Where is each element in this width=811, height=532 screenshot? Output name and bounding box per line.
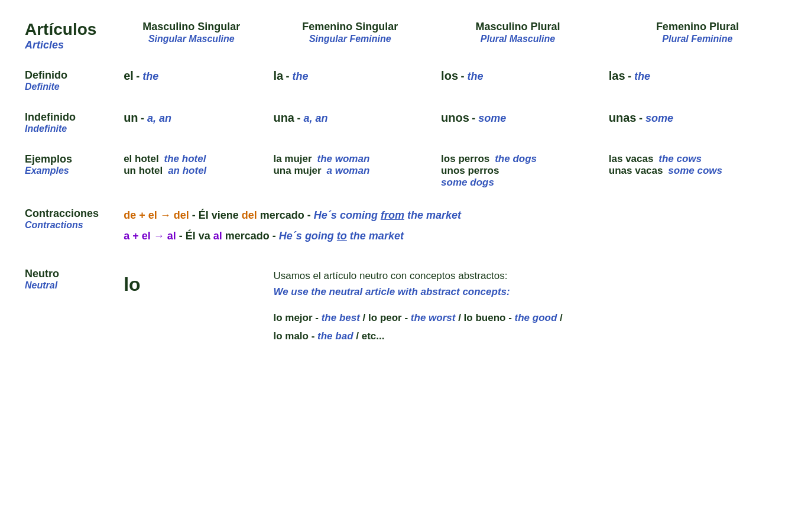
ejemplos-col2: la mujer the woman una mujer a woman xyxy=(266,140,434,194)
una-word: una xyxy=(273,111,294,124)
header-articles-label: Artículos Articles xyxy=(18,14,116,56)
neutro-text: Usamos el artículo neutro con conceptos … xyxy=(273,268,786,300)
ejemplo-un-hotel: un hotel an hotel xyxy=(124,165,259,177)
lo-bueno-trans: the good xyxy=(515,312,557,323)
header-masc-sing: Masculino Singular Singular Masculine xyxy=(116,14,266,56)
definido-row: Definido Definite el - the la - the los … xyxy=(18,56,793,98)
etc-word: etc... xyxy=(362,330,385,342)
del-formula: de + el → del xyxy=(124,209,189,221)
del-english: He´s coming from the market xyxy=(314,209,461,221)
neutro-examples-line2: lo malo - the bad / etc... xyxy=(273,327,786,346)
masc-pl-italic: Plural Masculine xyxy=(441,34,595,44)
unos-word: unos xyxy=(441,111,469,124)
lo-bueno-word: lo bueno xyxy=(464,312,506,323)
del-highlight: del xyxy=(242,209,257,221)
header-fem-sing: Femenino Singular Singular Feminine xyxy=(266,14,434,56)
ejemplo-la-mujer: la mujer the woman xyxy=(273,153,427,165)
ejemplos-col4: las vacas the cows unas vacas some cows xyxy=(602,140,793,194)
ejemplo-las-vacas: las vacas the cows xyxy=(609,153,786,165)
del-sentence-mid: - Él viene xyxy=(192,209,242,221)
el-dash: - xyxy=(136,70,142,82)
al-formula: a + el → al xyxy=(124,230,176,242)
unas-word: unas xyxy=(609,111,637,124)
indefinido-masc-pl: unos - some xyxy=(434,98,602,140)
indefinido-fem-sing: una - a, an xyxy=(266,98,434,140)
un-word: un xyxy=(124,111,138,124)
los-dash: - xyxy=(460,70,467,82)
indefinido-label-cell: Indefinido Indefinite xyxy=(18,98,116,140)
ejemplo-el-hotel: el hotel the hotel xyxy=(124,153,259,165)
indefinido-fem-pl: unas - some xyxy=(602,98,793,140)
un-translation: a, an xyxy=(147,112,171,124)
al-sentence-post: mercado xyxy=(225,230,270,242)
del-dash: - xyxy=(307,209,314,221)
definido-masc-sing: el - the xyxy=(116,56,266,98)
la-dash: - xyxy=(286,70,293,82)
masc-sing-title: Masculino Singular xyxy=(124,20,259,34)
lo-malo-trans: the bad xyxy=(317,330,353,342)
definido-label: Definido xyxy=(25,69,109,82)
ejemplos-row: Ejemplos Examples el hotel the hotel un … xyxy=(18,140,793,194)
header-row: Artículos Articles Masculino Singular Si… xyxy=(18,14,793,56)
indefinido-label: Indefinido xyxy=(25,111,109,124)
las-translation: the xyxy=(634,70,650,82)
fem-pl-italic: Plural Feminine xyxy=(609,34,786,44)
definido-fem-sing: la - the xyxy=(266,56,434,98)
fem-pl-title: Femenino Plural xyxy=(609,20,786,34)
ejemplo-unas-vacas: unas vacas some cows xyxy=(609,165,786,177)
indefinido-row: Indefinido Indefinite un - a, an una - a… xyxy=(18,98,793,140)
unos-translation: some xyxy=(478,112,506,124)
header-fem-pl: Femenino Plural Plural Feminine xyxy=(602,14,793,56)
articles-title: Artículos xyxy=(25,20,109,39)
neutro-examples: lo mejor - the best / lo peor - the wors… xyxy=(273,309,786,345)
al-sentence-mid: - Él va xyxy=(179,230,213,242)
unas-translation: some xyxy=(645,112,673,124)
el-word: el xyxy=(124,69,134,82)
al-english: He´s going to the market xyxy=(279,230,404,242)
contracciones-label-cell: Contracciones Contractions xyxy=(18,194,116,255)
fem-sing-italic: Singular Feminine xyxy=(273,34,427,44)
lo-mejor-trans: the best xyxy=(322,312,360,323)
definido-label-cell: Definido Definite xyxy=(18,56,116,98)
neutro-text-italic: We use the neutral article with abstract… xyxy=(273,286,510,297)
la-word: la xyxy=(273,69,283,82)
neutro-italic: Neutral xyxy=(25,280,109,291)
lo-peor-word: lo peor xyxy=(368,312,402,323)
contracciones-row: Contracciones Contractions de + el → del… xyxy=(18,194,793,255)
neutro-lo-word: lo xyxy=(124,274,259,296)
los-word: los xyxy=(441,69,458,82)
definido-fem-pl: las - the xyxy=(602,56,793,98)
ejemplo-una-mujer: una mujer a woman xyxy=(273,165,427,177)
header-masc-pl: Masculino Plural Plural Masculine xyxy=(434,14,602,56)
contracciones-content: de + el → del - Él viene del mercado - H… xyxy=(116,194,793,255)
ejemplos-italic: Examples xyxy=(25,166,109,176)
neutro-examples-line1: lo mejor - the best / lo peor - the wors… xyxy=(273,309,786,327)
indefinido-italic: Indefinite xyxy=(25,124,109,134)
neutro-description-cell: Usamos el artículo neutro con conceptos … xyxy=(266,255,793,352)
neutro-row: Neutro Neutral lo Usamos el artículo neu… xyxy=(18,255,793,352)
lo-peor-trans: the worst xyxy=(411,312,456,323)
masc-pl-title: Masculino Plural xyxy=(441,20,595,34)
contraction-al-line: a + el → al - Él va al mercado - He´s go… xyxy=(124,228,786,244)
indefinido-masc-sing: un - a, an xyxy=(116,98,266,140)
neutro-label: Neutro xyxy=(25,268,109,280)
ejemplos-label: Ejemplos xyxy=(25,153,109,166)
al-highlight: al xyxy=(213,230,222,242)
ejemplos-col3: los perros the dogs unos perros some dog… xyxy=(434,140,602,194)
las-word: las xyxy=(609,69,625,82)
contracciones-label: Contracciones xyxy=(25,207,109,220)
contracciones-italic: Contractions xyxy=(25,220,109,231)
lo-mejor-word: lo mejor xyxy=(273,312,312,323)
las-dash: - xyxy=(628,70,634,82)
ejemplo-some-dogs: some dogs xyxy=(441,177,595,189)
una-translation: a, an xyxy=(303,112,327,124)
ejemplos-label-cell: Ejemplos Examples xyxy=(18,140,116,194)
el-translation: the xyxy=(142,70,158,82)
del-sentence-post: mercado xyxy=(260,209,304,221)
neutro-label-cell: Neutro Neutral xyxy=(18,255,116,352)
neutro-lo-cell: lo xyxy=(116,255,266,352)
ejemplos-col1: el hotel the hotel un hotel an hotel xyxy=(116,140,266,194)
masc-sing-italic: Singular Masculine xyxy=(124,34,259,44)
lo-malo-word: lo malo xyxy=(273,330,309,342)
contraction-del-line: de + el → del - Él viene del mercado - H… xyxy=(124,207,786,223)
